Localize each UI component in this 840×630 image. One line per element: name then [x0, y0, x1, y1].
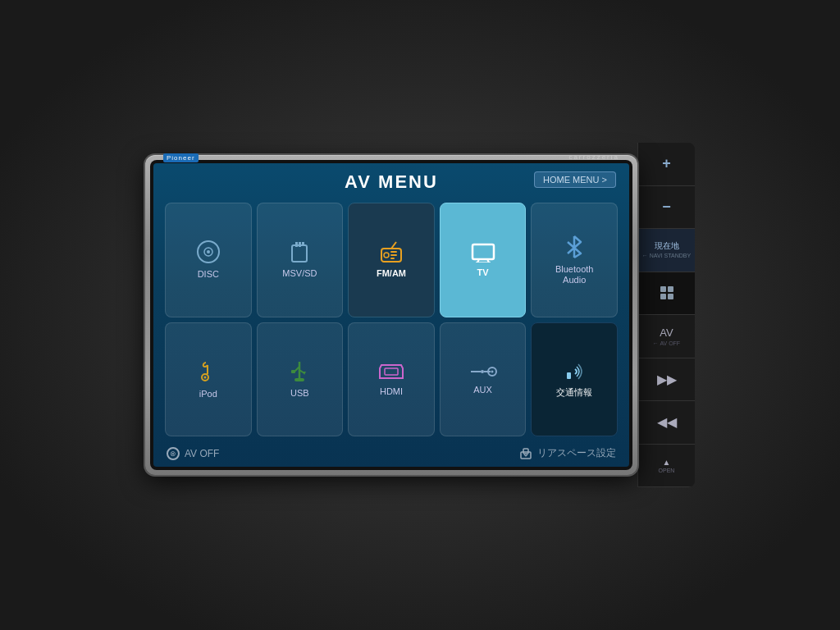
side-panel: + − 現在地 ← NAVI STANDBY AV ← AV OFF — [637, 143, 695, 487]
volume-down-button[interactable]: − — [638, 186, 695, 230]
usb-icon — [288, 360, 311, 383]
svg-rect-32 — [521, 452, 531, 459]
ipod-label: iPod — [199, 389, 217, 399]
bluetooth-label: BluetoothAudio — [555, 264, 593, 285]
svg-line-8 — [391, 242, 396, 249]
rear-settings-button[interactable]: リアスペース設定 — [519, 446, 616, 460]
menu-item-hdmi[interactable]: HDMI — [348, 322, 435, 437]
hdmi-icon — [378, 362, 404, 381]
disc-icon — [196, 240, 221, 264]
screen: AV MENU HOME MENU > — [153, 163, 629, 467]
navi-button[interactable]: 現在地 ← NAVI STANDBY — [638, 229, 695, 272]
svg-rect-33 — [523, 449, 528, 454]
av-off-icon: ⊗ — [167, 447, 180, 460]
aux-label: AUX — [473, 385, 492, 395]
skip-forward-icon: ▶▶ — [657, 372, 677, 387]
screen-header: AV MENU HOME MENU > — [153, 163, 629, 198]
svg-rect-22 — [291, 370, 295, 373]
svg-rect-36 — [660, 294, 666, 299]
svg-point-2 — [207, 250, 210, 253]
sd-icon — [289, 240, 310, 263]
grid-icon — [659, 285, 675, 301]
av-label-text: AV — [660, 326, 673, 339]
msvsd-label: MSV/SD — [282, 268, 317, 279]
menu-item-tv[interactable]: TV — [440, 203, 527, 317]
screen-title: AV MENU — [345, 171, 438, 193]
skip-backward-button[interactable]: ◀◀ — [638, 401, 695, 445]
svg-point-30 — [491, 370, 493, 372]
navi-sub-label: ← NAVI STANDBY — [642, 253, 691, 258]
navi-label: 現在地 — [655, 241, 679, 251]
disc-label: DISC — [198, 269, 219, 280]
av-button[interactable]: AV ← AV OFF — [638, 315, 695, 358]
traffic-label: 交通情報 — [556, 387, 592, 398]
plus-icon: + — [662, 155, 671, 172]
screen-footer: ⊗ AV OFF リアスペース設定 — [153, 441, 629, 467]
menu-item-fmam[interactable]: FM/AM — [348, 203, 435, 317]
skip-backward-icon: ◀◀ — [657, 414, 677, 430]
svg-rect-10 — [390, 251, 397, 253]
rear-settings-label: リアスペース設定 — [537, 446, 616, 460]
minus-icon: − — [662, 199, 671, 216]
svg-rect-25 — [385, 368, 398, 375]
settings-icon — [519, 447, 532, 460]
svg-point-18 — [203, 376, 206, 378]
menu-item-bluetooth[interactable]: BluetoothAudio — [531, 203, 618, 317]
svg-rect-4 — [295, 242, 298, 247]
ipod-icon — [199, 359, 217, 384]
aux-icon — [469, 363, 497, 380]
menu-item-msvsd[interactable]: MSV/SD — [257, 203, 344, 317]
tv-icon — [471, 241, 495, 262]
menu-item-usb[interactable]: USB — [257, 322, 344, 437]
screen-housing: Pioneer carrozzeria AV MENU HOME MENU > — [145, 155, 637, 475]
usb-label: USB — [290, 388, 309, 399]
svg-point-28 — [481, 370, 484, 373]
unit-wrapper: Pioneer carrozzeria AV MENU HOME MENU > — [145, 143, 695, 487]
eject-icon: ▲ — [663, 458, 671, 467]
menu-item-traffic[interactable]: 交通情報 — [531, 322, 618, 437]
skip-forward-button[interactable]: ▶▶ — [638, 358, 695, 402]
svg-rect-5 — [299, 242, 301, 247]
open-label: OPEN — [659, 468, 675, 473]
svg-rect-20 — [294, 378, 304, 381]
svg-rect-13 — [472, 244, 494, 259]
traffic-icon — [562, 361, 587, 382]
svg-rect-11 — [390, 254, 397, 256]
car-panel: Pioneer carrozzeria AV MENU HOME MENU > — [0, 0, 840, 630]
fmam-icon — [378, 240, 404, 263]
svg-rect-6 — [302, 242, 304, 246]
menu-item-ipod[interactable]: iPod — [165, 322, 252, 437]
volume-up-button[interactable]: + — [638, 143, 695, 186]
screen-bezel: AV MENU HOME MENU > — [150, 160, 632, 470]
svg-rect-35 — [668, 286, 673, 292]
tv-label: TV — [477, 267, 489, 278]
av-sub-text: ← AV OFF — [653, 340, 680, 346]
menu-item-aux[interactable]: AUX — [440, 322, 527, 437]
av-off-label: AV OFF — [185, 448, 219, 459]
svg-rect-34 — [660, 286, 666, 292]
bluetooth-icon — [565, 235, 583, 259]
hdmi-label: HDMI — [380, 386, 403, 397]
svg-rect-31 — [567, 372, 571, 379]
svg-rect-37 — [668, 294, 673, 299]
fmam-label: FM/AM — [377, 268, 406, 279]
svg-point-9 — [384, 253, 389, 258]
menu-item-disc[interactable]: DISC — [165, 203, 252, 317]
av-off-button[interactable]: ⊗ AV OFF — [167, 447, 219, 460]
home-menu-button[interactable]: HOME MENU > — [534, 171, 616, 188]
grid-button[interactable] — [638, 272, 695, 316]
eject-open-button[interactable]: ▲ OPEN — [638, 445, 695, 488]
menu-grid: DISC M — [153, 198, 629, 441]
svg-rect-12 — [390, 258, 395, 259]
svg-rect-3 — [292, 245, 307, 262]
